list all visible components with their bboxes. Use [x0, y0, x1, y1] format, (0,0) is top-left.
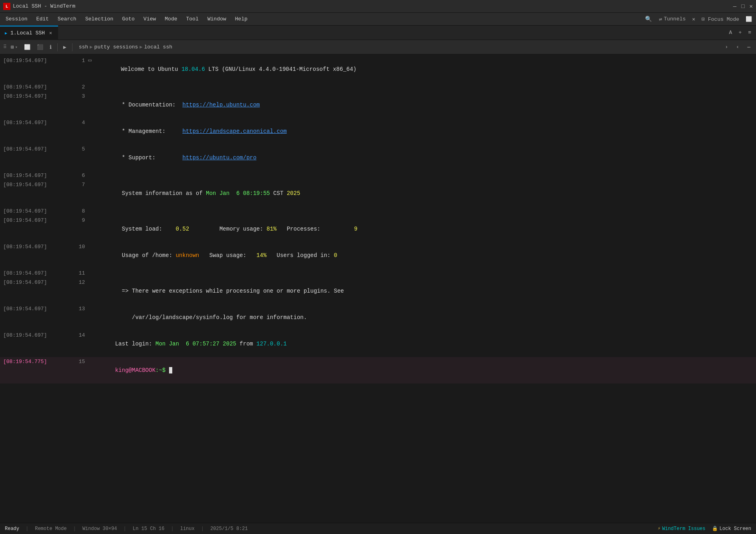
cursor-block	[169, 367, 172, 373]
text-link[interactable]: https://help.ubuntu.com	[182, 102, 260, 108]
text-segment: from	[236, 341, 256, 347]
text-segment: * Management:	[115, 128, 182, 135]
line-timestamp: [08:19:54.697]	[0, 269, 72, 278]
line-timestamp: [08:19:54.697]	[0, 278, 72, 287]
line-content: * Documentation: https://help.ubuntu.com	[88, 92, 756, 118]
window-title: Local SSH - WindTerm	[13, 3, 75, 9]
terminal-line: [08:19:54.697] 6	[0, 171, 756, 180]
menu-session[interactable]: Session	[2, 14, 32, 24]
terminal-line: [08:19:54.697] 11	[0, 269, 756, 278]
lock-icon: 🔒	[712, 526, 718, 532]
menu-search[interactable]: Search	[54, 14, 81, 24]
menu-mode[interactable]: Mode	[161, 14, 181, 24]
text-segment: CST	[270, 190, 287, 197]
collapse-button[interactable]: ‹	[734, 43, 742, 51]
text-segment: 9	[354, 226, 357, 232]
windterm-issues-button[interactable]: ⚡ WindTerm Issues	[658, 526, 706, 532]
menu-edit[interactable]: Edit	[32, 14, 53, 24]
status-separator-5: |	[201, 526, 204, 532]
text-segment: unknown	[175, 252, 199, 259]
line-number: 3	[72, 92, 88, 101]
menu-close-button[interactable]: ✕	[690, 14, 698, 24]
line-content: Welcome to Ubuntu 18.04.6 LTS (GNU/Linux…	[94, 56, 756, 82]
maximize-button[interactable]: □	[741, 3, 744, 10]
text-segment: * Support:	[115, 155, 182, 161]
minimize-button[interactable]: —	[733, 3, 736, 10]
line-timestamp: [08:19:54.697]	[0, 305, 72, 313]
tab-bar-left: ▶ 1.Local SSH ✕	[0, 26, 58, 40]
line-content: Usage of /home: unknown Swap usage: 14% …	[88, 242, 756, 269]
line-timestamp: [08:19:54.697]	[0, 207, 72, 216]
breadcrumb-path: ssh ▶ putty sessions ▶ local ssh	[79, 44, 172, 50]
text-link[interactable]: https://landscape.canonical.com	[182, 128, 286, 135]
line-timestamp: [08:19:54.697]	[0, 145, 72, 154]
text-segment: Processes:	[277, 226, 354, 232]
tab-close-button[interactable]: ✕	[48, 30, 53, 36]
menu-view[interactable]: View	[139, 14, 160, 24]
menu-bar: Session Edit Search Selection Goto View …	[0, 13, 756, 26]
path-local[interactable]: local ssh	[144, 44, 172, 50]
issues-icon: ⚡	[658, 526, 661, 532]
path-ssh[interactable]: ssh	[79, 44, 88, 50]
text-segment: 0	[334, 252, 337, 259]
new-split-button[interactable]: ⊞ ▾	[8, 43, 20, 52]
tunnels-button[interactable]: ⇌ Tunnels	[656, 14, 689, 24]
tab-local-ssh[interactable]: ▶ 1.Local SSH ✕	[0, 26, 58, 40]
tab-add-button[interactable]: +	[737, 29, 743, 36]
status-remote-mode: Remote Mode	[35, 526, 67, 532]
toolbar-separator	[57, 43, 58, 51]
text-segment: * Documentation:	[115, 102, 182, 108]
prompt-user: king@MACBOOK	[115, 367, 155, 373]
toolbar-separator-2	[72, 43, 73, 51]
status-window-size: Window 30×94	[83, 526, 117, 532]
line-content: System load: 0.52 Memory usage: 81% Proc…	[88, 216, 756, 242]
line-number: 14	[72, 331, 88, 340]
menu-window[interactable]: Window	[204, 14, 230, 24]
terminal-line: [08:19:54.697] 12 => There were exceptio…	[0, 278, 756, 304]
close-button[interactable]: ✕	[750, 3, 753, 10]
search-icon[interactable]: 🔍	[645, 16, 652, 22]
line-content	[88, 171, 756, 180]
line-content: System information as of Mon Jan 6 08:19…	[88, 180, 756, 207]
path-sep-1: ▶	[90, 44, 93, 50]
terminal-line: [08:19:54.697] 4 * Management: https://l…	[0, 118, 756, 145]
focus-mode-button[interactable]: ⊡ Focus Mode	[698, 14, 742, 24]
run-button[interactable]: ▶	[61, 43, 69, 52]
text-segment: 14%	[256, 252, 266, 259]
line-timestamp: [08:19:54.697]	[0, 171, 72, 180]
split-down-button[interactable]: ⬛	[34, 43, 46, 52]
lock-screen-button[interactable]: 🔒 Lock Screen	[712, 526, 751, 532]
menu-help[interactable]: Help	[231, 14, 252, 24]
tab-font-button[interactable]: A	[728, 29, 734, 36]
status-cursor-pos: Ln 15 Ch 16	[133, 526, 164, 532]
more-button[interactable]: ⋯	[745, 43, 753, 52]
status-datetime: 2025/1/5 8:21	[210, 526, 248, 532]
line-number: 1	[72, 56, 88, 65]
split-right-button[interactable]: ⬜	[22, 43, 33, 52]
menu-tool[interactable]: Tool	[182, 14, 203, 24]
run-icon: ▶	[63, 44, 67, 50]
line-timestamp: [08:19:54.697]	[0, 118, 72, 127]
expand-button[interactable]: ›	[723, 43, 731, 51]
text-segment: LTS (GNU/Linux 4.4.0-19041-Microsoft x86…	[205, 66, 357, 72]
layout-button[interactable]: ⬜	[743, 14, 754, 24]
terminal-area[interactable]: [08:19:54.697] 1 ▭ Welcome to Ubuntu 18.…	[0, 54, 756, 523]
menu-selection[interactable]: Selection	[81, 14, 117, 24]
terminal-line: [08:19:54.697] 14 Last login: Mon Jan 6 …	[0, 331, 756, 357]
line-number: 12	[72, 278, 88, 287]
text-link[interactable]: https://ubuntu.com/pro	[182, 155, 256, 161]
lock-screen-label: Lock Screen	[720, 526, 751, 532]
terminal-line: [08:19:54.697] 2	[0, 82, 756, 92]
line-number: 11	[72, 269, 88, 278]
title-bar: L Local SSH - WindTerm — □ ✕	[0, 0, 756, 13]
tab-menu-button[interactable]: ≡	[746, 29, 753, 36]
menu-goto[interactable]: Goto	[118, 14, 139, 24]
terminal-line: [08:19:54.697] 1 ▭ Welcome to Ubuntu 18.…	[0, 56, 756, 82]
text-segment: 0.52	[169, 226, 189, 232]
main-window: L Local SSH - WindTerm — □ ✕ Session Edi…	[0, 0, 756, 523]
text-segment: Memory usage:	[189, 226, 266, 232]
info-button[interactable]: ℹ	[47, 43, 54, 52]
prompt-cursor	[165, 367, 169, 373]
path-putty[interactable]: putty sessions	[94, 44, 138, 50]
line-timestamp: [08:19:54.697]	[0, 83, 72, 92]
